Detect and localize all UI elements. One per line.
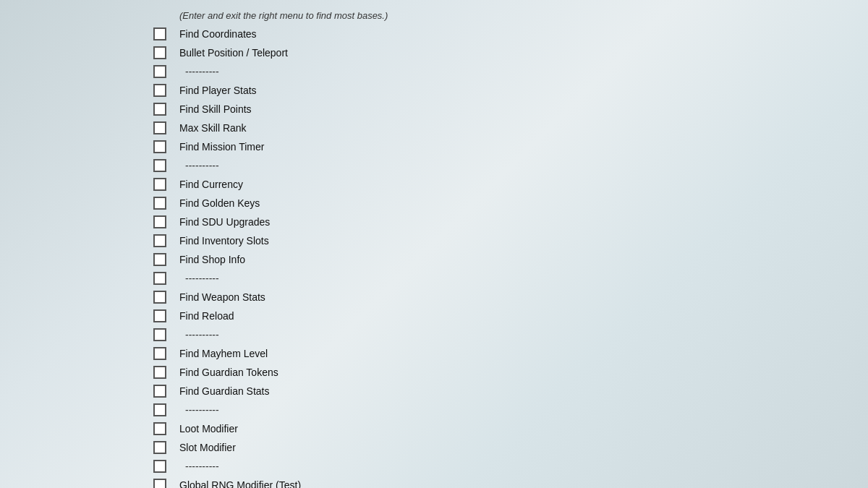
- separator-row: ----------: [0, 62, 868, 81]
- item-row-13: Find Shop Info &gt;</span> </div>: [0, 250, 868, 269]
- item-checkbox[interactable]: [153, 347, 166, 360]
- hint-row: (Enter and exit the right menu to find m…: [0, 6, 868, 25]
- item-row-22: Loot Modifier &gt;</span> </div>: [0, 419, 868, 438]
- item-label: Global RNG Modifier (Test): [174, 479, 781, 488]
- item-label: Find Player Stats: [174, 85, 781, 96]
- item-label: Slot Modifier: [174, 442, 781, 453]
- separator-checkbox-area: [0, 272, 174, 285]
- item-row-15: Find Weapon Stats &gt;</span> </div>: [0, 288, 868, 307]
- separator-label: ----------: [174, 273, 868, 284]
- checkbox-area: [0, 140, 174, 153]
- item-checkbox[interactable]: [153, 197, 166, 210]
- item-row-2: Bullet Position / Teleport &gt;</span> <…: [0, 43, 868, 62]
- checkbox-area: [0, 253, 174, 266]
- main-container: (Enter and exit the right menu to find m…: [0, 0, 868, 488]
- checkbox-area: [0, 385, 174, 398]
- separator-label: ----------: [174, 160, 868, 171]
- separator-checkbox-area: [0, 403, 174, 416]
- separator-checkbox[interactable]: [153, 403, 166, 416]
- item-checkbox[interactable]: [153, 103, 166, 116]
- separator-label: ----------: [174, 404, 868, 416]
- item-checkbox[interactable]: [153, 366, 166, 379]
- checkbox-area: [0, 103, 174, 116]
- item-label: Max Skill Rank: [174, 122, 781, 134]
- separator-checkbox-area: [0, 460, 174, 473]
- checkbox-area: [0, 27, 174, 40]
- item-label: Find Mission Timer: [174, 141, 781, 153]
- separator-checkbox[interactable]: [153, 272, 166, 285]
- item-checkbox[interactable]: [153, 215, 166, 228]
- item-checkbox[interactable]: [153, 46, 166, 59]
- item-row-10: Find Golden Keys &gt;</span> </div>: [0, 194, 868, 213]
- item-checkbox[interactable]: [153, 140, 166, 153]
- separator-label: ----------: [174, 329, 868, 341]
- item-label: Find Reload: [174, 310, 781, 322]
- separator-checkbox[interactable]: [153, 159, 166, 172]
- item-label: Find Currency: [174, 179, 781, 190]
- checkbox-area: [0, 309, 174, 322]
- separator-row: ----------: [0, 325, 868, 344]
- checkbox-area: [0, 84, 174, 97]
- item-row-12: Find Inventory Slots &gt;</span> </div>: [0, 231, 868, 250]
- separator-row: ----------: [0, 269, 868, 288]
- separator-checkbox[interactable]: [153, 460, 166, 473]
- checkbox-area: [0, 215, 174, 228]
- checkbox-area: [0, 197, 174, 210]
- separator-label: ----------: [174, 66, 868, 77]
- separator-row: ----------: [0, 457, 868, 476]
- checkbox-area: [0, 366, 174, 379]
- item-checkbox[interactable]: [153, 234, 166, 247]
- separator-checkbox[interactable]: [153, 328, 166, 341]
- item-row-11: Find SDU Upgrades &gt;</span> </div>: [0, 213, 868, 231]
- separator-row: ----------: [0, 156, 868, 175]
- item-label: Find Inventory Slots: [174, 235, 781, 247]
- item-checkbox[interactable]: [153, 385, 166, 398]
- checkbox-area: [0, 121, 174, 134]
- item-row-23: Slot Modifier &gt;</span> </div>: [0, 438, 868, 457]
- item-row-5: Find Skill Points &gt;</span> </div>: [0, 100, 868, 119]
- item-row-7: Find Mission Timer &gt;</span> </div>: [0, 137, 868, 156]
- item-label: Find Skill Points: [174, 103, 781, 115]
- checkbox-area: [0, 178, 174, 191]
- item-checkbox[interactable]: [153, 291, 166, 304]
- item-checkbox[interactable]: [153, 84, 166, 97]
- item-label: Find Guardian Tokens: [174, 367, 781, 378]
- item-row-1: Find Coordinates &gt;</span> </div>: [0, 25, 868, 43]
- item-label: Find Mayhem Level: [174, 348, 781, 359]
- item-row-20: Find Guardian Stats &gt;</span> </div>: [0, 382, 868, 401]
- checkbox-area: [0, 441, 174, 454]
- separator-checkbox-area: [0, 328, 174, 341]
- checkbox-area: [0, 291, 174, 304]
- item-row-4: Find Player Stats &gt;</span> </div>: [0, 81, 868, 100]
- item-row-25: Global RNG Modifier (Test) &gt;</span> <…: [0, 476, 868, 488]
- item-row-18: Find Mayhem Level &gt;</span> </div>: [0, 344, 868, 363]
- item-label: Find SDU Upgrades: [174, 216, 781, 228]
- item-checkbox[interactable]: [153, 441, 166, 454]
- item-row-19: Find Guardian Tokens &gt;</span> </div>: [0, 363, 868, 382]
- item-label: Find Shop Info: [174, 254, 781, 265]
- item-row-9: Find Currency &gt;</span> </div>: [0, 175, 868, 194]
- item-label: Find Weapon Stats: [174, 291, 781, 303]
- separator-checkbox[interactable]: [153, 65, 166, 78]
- checkbox-area: [0, 479, 174, 488]
- item-checkbox[interactable]: [153, 309, 166, 322]
- item-checkbox[interactable]: [153, 253, 166, 266]
- hint-text: (Enter and exit the right menu to find m…: [174, 9, 868, 21]
- item-checkbox[interactable]: [153, 422, 166, 435]
- item-label: Find Guardian Stats: [174, 385, 781, 397]
- separator-checkbox-area: [0, 65, 174, 78]
- item-label: Loot Modifier: [174, 423, 781, 435]
- item-checkbox[interactable]: [153, 27, 166, 40]
- item-checkbox[interactable]: [153, 479, 166, 488]
- item-label: Find Coordinates: [174, 28, 781, 40]
- item-checkbox[interactable]: [153, 121, 166, 134]
- item-row-16: Find Reload &gt;</span> </div>: [0, 307, 868, 325]
- separator-checkbox-area: [0, 159, 174, 172]
- checkbox-area: [0, 234, 174, 247]
- separator-label: ----------: [174, 461, 868, 472]
- item-label: Bullet Position / Teleport: [174, 47, 781, 59]
- item-label: Find Golden Keys: [174, 197, 781, 209]
- item-row-6: Max Skill Rank &gt;</span> </div>: [0, 119, 868, 137]
- item-checkbox[interactable]: [153, 178, 166, 191]
- separator-row: ----------: [0, 401, 868, 419]
